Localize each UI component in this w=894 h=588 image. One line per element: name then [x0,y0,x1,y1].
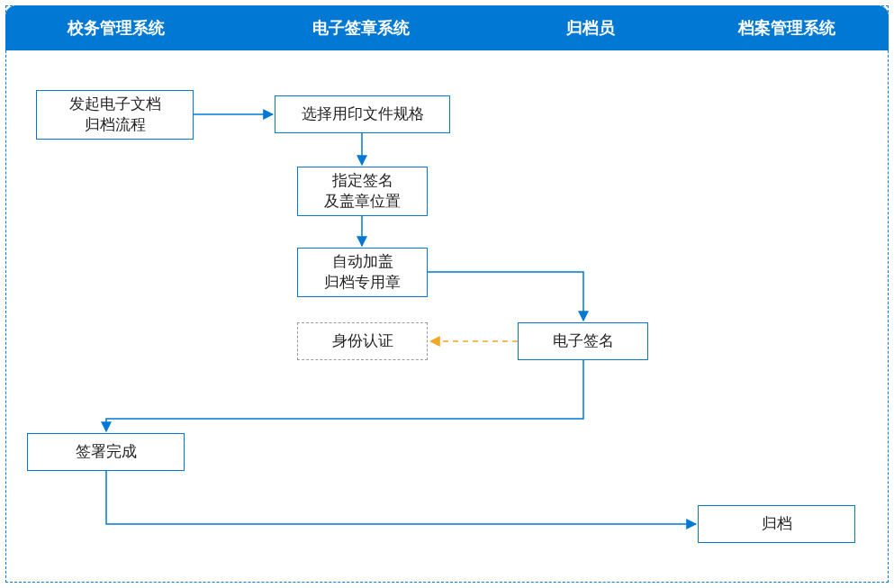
node-start: 发起电子文档 归档流程 [36,90,194,140]
node-identity-text: 身份认证 [332,331,393,352]
node-signed-text: 签署完成 [76,442,137,463]
node-select-format-text: 选择用印文件规格 [302,104,424,125]
lane-title-esign: 电子签章系统 [226,5,496,50]
node-archive: 归档 [698,505,855,543]
node-esign: 电子签名 [518,322,648,360]
node-start-line2: 归档流程 [85,115,146,136]
node-specify-line2: 及盖章位置 [324,192,401,213]
node-esign-text: 电子签名 [553,331,614,352]
node-start-line1: 发起电子文档 [69,95,161,115]
lane-title-records: 档案管理系统 [685,5,889,50]
node-stamp-line1: 自动加盖 [332,252,393,273]
node-stamp-line2: 归档专用章 [324,273,401,294]
lane-title-school: 校务管理系统 [5,5,226,50]
node-specify-line1: 指定签名 [332,171,393,192]
node-archive-text: 归档 [762,514,792,535]
node-auto-stamp: 自动加盖 归档专用章 [297,248,428,297]
diagram-stage: 校务管理系统 电子签章系统 归档员 档案管理系统 发起电子文档 归档流程 选择用… [0,0,894,588]
header-bar: 校务管理系统 电子签章系统 归档员 档案管理系统 [5,5,889,50]
lane-title-archiver: 归档员 [496,5,685,50]
node-specify-pos: 指定签名 及盖章位置 [297,167,428,216]
node-signed: 签署完成 [27,433,185,471]
node-identity: 身份认证 [297,322,428,360]
node-select-format: 选择用印文件规格 [275,95,450,133]
